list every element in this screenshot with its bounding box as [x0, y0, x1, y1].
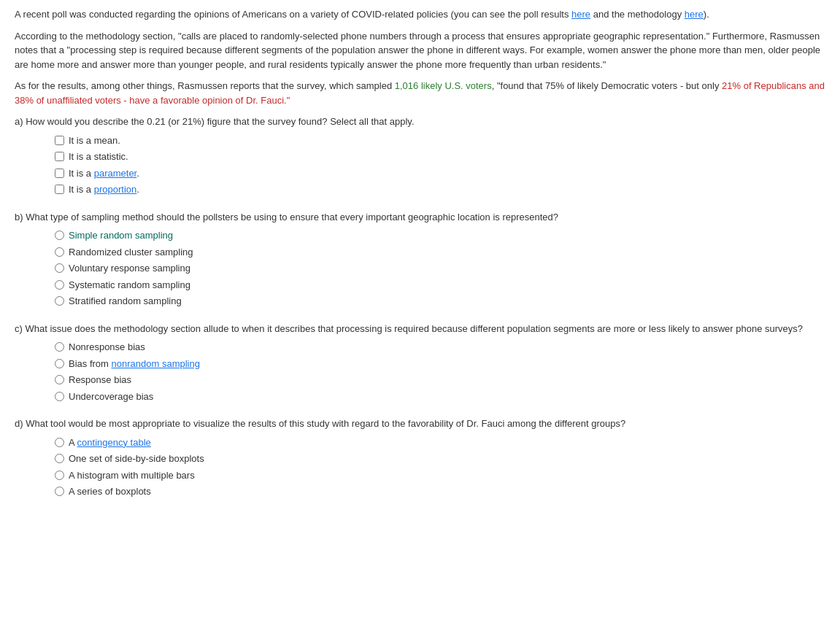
a3-text-prefix: It is a [69, 168, 94, 179]
question-b-text: b) What type of sampling method should t… [15, 210, 825, 225]
intro-para2: According to the methodology section, "c… [15, 29, 825, 72]
label-d4[interactable]: A series of boxplots [69, 484, 151, 499]
main-content: A recent poll was conducted regarding th… [15, 7, 825, 499]
d1-link[interactable]: contingency table [77, 437, 151, 448]
label-a3[interactable]: It is a parameter. [69, 166, 139, 181]
label-a2[interactable]: It is a statistic. [69, 150, 128, 164]
label-b1[interactable]: Simple random sampling [69, 228, 173, 243]
option-b1: Simple random sampling [55, 228, 825, 243]
question-b: b) What type of sampling method should t… [15, 210, 825, 309]
intro-para1-prefix: A recent poll was conducted regarding th… [15, 9, 571, 20]
option-d1: A contingency table [55, 436, 825, 450]
option-c3: Response bias [55, 373, 825, 387]
option-c1: Nonresponse bias [55, 340, 825, 355]
label-d3[interactable]: A histogram with multiple bars [69, 468, 195, 483]
label-b5[interactable]: Stratified random sampling [69, 294, 182, 309]
para3-suffix: - have a favorable opinion of Dr. Fauci.… [121, 95, 290, 106]
link-here2[interactable]: here [685, 9, 704, 20]
para3-prefix: As for the results, among other things, … [15, 80, 395, 91]
radio-d4[interactable] [55, 487, 64, 496]
radio-c2[interactable] [55, 359, 64, 368]
radio-b5[interactable] [55, 296, 64, 306]
intro-para1: A recent poll was conducted regarding th… [15, 7, 825, 22]
label-a1[interactable]: It is a mean. [69, 134, 120, 148]
option-b5: Stratified random sampling [55, 294, 825, 309]
checkbox-a1[interactable] [55, 136, 64, 145]
label-c2[interactable]: Bias from nonrandom sampling [69, 357, 200, 371]
question-d: d) What tool would be most appropriate t… [15, 417, 825, 499]
radio-d3[interactable] [55, 471, 64, 480]
question-c: c) What issue does the methodology secti… [15, 322, 825, 404]
label-c1[interactable]: Nonresponse bias [69, 340, 145, 355]
question-b-options: Simple random sampling Randomized cluste… [55, 228, 825, 309]
a3-link[interactable]: parameter [94, 168, 137, 179]
label-c4[interactable]: Undercoverage bias [69, 390, 153, 404]
a3-text-suffix: . [136, 168, 139, 179]
label-d2[interactable]: One set of side-by-side boxplots [69, 452, 204, 466]
option-c2: Bias from nonrandom sampling [55, 357, 825, 371]
para3-mid: , "found that 75% of likely Democratic v… [492, 80, 722, 91]
radio-b4[interactable] [55, 280, 64, 290]
para3-sampled: 1,016 likely U.S. voters [395, 80, 492, 91]
question-c-options: Nonresponse bias Bias from nonrandom sam… [55, 340, 825, 403]
checkbox-a2[interactable] [55, 152, 64, 161]
checkbox-a4[interactable] [55, 185, 64, 194]
a4-link[interactable]: proportion [94, 184, 137, 195]
option-d3: A histogram with multiple bars [55, 468, 825, 483]
c2-prefix: Bias from [69, 358, 112, 369]
option-a3: It is a parameter. [55, 166, 825, 181]
option-a2: It is a statistic. [55, 150, 825, 164]
radio-c4[interactable] [55, 392, 64, 401]
question-a-options: It is a mean. It is a statistic. It is a… [55, 134, 825, 197]
label-b3[interactable]: Voluntary response sampling [69, 261, 190, 276]
option-d2: One set of side-by-side boxplots [55, 452, 825, 466]
radio-b2[interactable] [55, 247, 64, 257]
radio-b3[interactable] [55, 263, 64, 273]
radio-d2[interactable] [55, 454, 64, 463]
radio-c1[interactable] [55, 342, 64, 352]
intro-para1-suffix: ). [704, 9, 709, 20]
option-b3: Voluntary response sampling [55, 261, 825, 276]
option-d4: A series of boxplots [55, 484, 825, 499]
c2-link[interactable]: nonrandom sampling [112, 358, 200, 369]
option-b2: Randomized cluster sampling [55, 245, 825, 260]
question-d-options: A contingency table One set of side-by-s… [55, 436, 825, 499]
label-c3[interactable]: Response bias [69, 373, 131, 387]
question-d-text: d) What tool would be most appropriate t… [15, 417, 825, 431]
radio-c3[interactable] [55, 375, 64, 384]
option-a1: It is a mean. [55, 134, 825, 148]
checkbox-a3[interactable] [55, 169, 64, 178]
a4-text-suffix: . [136, 184, 139, 195]
option-a4: It is a proportion. [55, 182, 825, 197]
question-a: a) How would you describe the 0.21 (or 2… [15, 115, 825, 197]
label-b2[interactable]: Randomized cluster sampling [69, 245, 193, 260]
label-b4[interactable]: Systematic random sampling [69, 278, 190, 293]
link-here1[interactable]: here [571, 9, 590, 20]
option-c4: Undercoverage bias [55, 390, 825, 404]
label-a4[interactable]: It is a proportion. [69, 182, 139, 197]
a4-text-prefix: It is a [69, 184, 94, 195]
intro-para1-mid: and the methodology [590, 9, 685, 20]
label-d1[interactable]: A contingency table [69, 436, 151, 450]
question-c-text: c) What issue does the methodology secti… [15, 322, 825, 336]
radio-b1[interactable] [55, 231, 64, 240]
question-a-text: a) How would you describe the 0.21 (or 2… [15, 115, 825, 129]
intro-para3: As for the results, among other things, … [15, 79, 825, 107]
option-b4: Systematic random sampling [55, 278, 825, 293]
d1-prefix: A [69, 437, 77, 448]
radio-d1[interactable] [55, 438, 64, 447]
